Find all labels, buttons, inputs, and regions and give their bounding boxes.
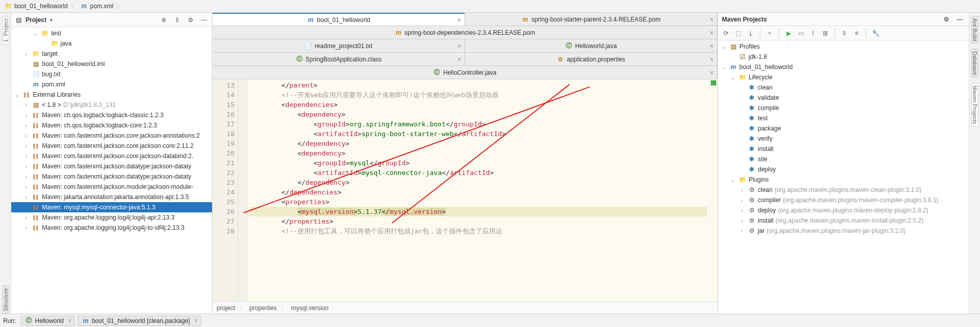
expand-icon[interactable]: ≡: [851, 28, 862, 38]
tool-tab-structure[interactable]: Structure: [2, 286, 9, 314]
toggle-skip-tests-icon[interactable]: ⌇: [808, 28, 818, 38]
wrench-icon[interactable]: 🔧: [870, 28, 881, 38]
editor-tab[interactable]: ⒸHelloworld.java×: [465, 39, 717, 52]
tree-node[interactable]: 📄bug.txt: [11, 69, 212, 79]
expand-arrow-icon[interactable]: ›: [738, 208, 745, 213]
expand-arrow-icon[interactable]: ›: [23, 113, 30, 118]
tree-node[interactable]: ›⫿⫿Maven: com.fasterxml.jackson.datatype…: [11, 171, 212, 182]
tree-node[interactable]: ⌄⫿⫿External Libraries: [11, 90, 212, 100]
maven-node[interactable]: ✱install: [718, 144, 969, 154]
expand-arrow-icon[interactable]: ⌄: [13, 92, 20, 98]
breadcrumb-root[interactable]: boot_01_helloworld: [14, 3, 68, 10]
close-icon[interactable]: ×: [194, 317, 198, 324]
tree-node[interactable]: ›⫿⫿Maven: ch.qos.logback:logback-classic…: [11, 110, 212, 120]
editor-tab[interactable]: mspring-boot-dependencies-2.3.4.RELEASE.…: [212, 26, 717, 39]
expand-arrow-icon[interactable]: ›: [23, 102, 30, 108]
download-icon[interactable]: ⭳: [745, 28, 756, 38]
maven-node[interactable]: ✱validate: [718, 93, 969, 103]
expand-arrow-icon[interactable]: ›: [738, 187, 745, 193]
hide-icon[interactable]: —: [199, 15, 209, 25]
maven-node[interactable]: ›⚙jar (org.apache.maven.plugins:maven-ja…: [718, 226, 969, 236]
expand-arrow-icon[interactable]: ⌄: [729, 75, 736, 80]
editor-tab[interactable]: mspring-boot-starter-parent-2.3.4.RELEAS…: [465, 13, 717, 26]
crumb-item[interactable]: project: [217, 304, 235, 312]
run-tab[interactable]: mboot_01_helloworld [clean,package]×: [78, 316, 201, 326]
close-icon[interactable]: ×: [457, 16, 461, 24]
editor-tab[interactable]: ⚙application.properties×: [465, 53, 717, 66]
run-tab[interactable]: ⒸHelloworld×: [21, 316, 75, 326]
project-tree[interactable]: ⌄📁test📁java›📁target▤boot_01_helloworld.i…: [11, 27, 212, 314]
close-icon[interactable]: ×: [457, 42, 461, 50]
expand-arrow-icon[interactable]: ›: [23, 174, 30, 180]
expand-arrow-icon[interactable]: ›: [738, 218, 745, 224]
tree-node[interactable]: mpom.xml: [11, 79, 212, 90]
maven-node[interactable]: ☑jdk-1.8: [718, 52, 969, 62]
maven-node[interactable]: ⌄mboot_01_helloworld: [718, 62, 969, 72]
tool-tab-maven[interactable]: Maven Projects: [971, 83, 978, 127]
maven-tree[interactable]: ⌄▤Profiles☑jdk-1.8⌄mboot_01_helloworld⌄📁…: [718, 40, 969, 314]
expand-arrow-icon[interactable]: ›: [23, 133, 30, 139]
editor-tab[interactable]: ⒸSpringBootApplication.class×: [212, 53, 465, 66]
tree-node[interactable]: ›⫿⫿Maven: com.fasterxml.jackson.module:j…: [11, 182, 212, 192]
tree-node[interactable]: ›⫿⫿Maven: ch.qos.logback:logback-core:1.…: [11, 120, 212, 130]
maven-node[interactable]: ⌄▤Profiles: [718, 41, 969, 52]
editor-tab[interactable]: mboot_01_helloworld×: [212, 13, 465, 26]
close-icon[interactable]: ×: [710, 15, 714, 24]
tree-node[interactable]: 📁java: [11, 38, 212, 49]
crumb-item[interactable]: mysql.version: [291, 304, 328, 312]
maven-node[interactable]: ⌄📁Lifecycle: [718, 72, 969, 82]
close-icon[interactable]: ×: [710, 42, 714, 50]
expand-arrow-icon[interactable]: ⌄: [720, 44, 727, 50]
code-breadcrumb[interactable]: project〉 properties〉 mysql.version: [212, 301, 717, 314]
tool-tab-database[interactable]: Database: [971, 49, 978, 78]
expand-arrow-icon[interactable]: ›: [23, 194, 30, 200]
expand-arrow-icon[interactable]: ›: [23, 184, 30, 190]
close-icon[interactable]: ×: [710, 69, 714, 77]
maven-node[interactable]: ✱compile: [718, 103, 969, 113]
editor-tab[interactable]: 📄readme_project01.txt×: [212, 39, 465, 52]
expand-arrow-icon[interactable]: ›: [23, 51, 30, 57]
maven-node[interactable]: ›⚙install (org.apache.maven.plugins:mave…: [718, 215, 969, 226]
tool-tab-project[interactable]: 1: Project: [2, 16, 9, 45]
expand-arrow-icon[interactable]: ⌄: [729, 177, 736, 183]
expand-arrow-icon[interactable]: ›: [23, 215, 30, 221]
expand-arrow-icon[interactable]: ›: [23, 154, 30, 159]
expand-arrow-icon[interactable]: ›: [23, 143, 30, 149]
tree-node[interactable]: ⌄📁test: [11, 28, 212, 38]
tree-node[interactable]: ›⫿⫿Maven: com.fasterxml.jackson.datatype…: [11, 161, 212, 171]
expand-arrow-icon[interactable]: ›: [23, 205, 30, 210]
expand-arrow-icon[interactable]: ›: [738, 198, 745, 203]
tree-node[interactable]: ›⫿⫿Maven: com.fasterxml.jackson.core:jac…: [11, 141, 212, 151]
editor[interactable]: 13141516171819202122232425262728 </paren…: [212, 79, 717, 301]
maven-node[interactable]: ✱verify: [718, 134, 969, 144]
tree-node[interactable]: ›⫿⫿Maven: org.apache.logging.log4j:log4j…: [11, 212, 212, 223]
editor-tab[interactable]: ⒸHelloController.java×: [212, 66, 717, 79]
collapse-icon[interactable]: ⥮: [172, 15, 182, 25]
expand-arrow-icon[interactable]: ›: [23, 164, 30, 169]
close-icon[interactable]: ×: [457, 55, 461, 63]
maven-node[interactable]: ✱package: [718, 123, 969, 134]
expand-arrow-icon[interactable]: ⌄: [32, 31, 39, 36]
gear-icon[interactable]: ⚙: [941, 14, 951, 25]
show-deps-icon[interactable]: ⊞: [820, 28, 830, 38]
tree-node[interactable]: ›⫿⫿Maven: com.fasterxml.jackson.core:jac…: [11, 130, 212, 141]
hide-icon[interactable]: —: [954, 14, 965, 25]
close-icon[interactable]: ×: [710, 55, 714, 63]
expand-arrow-icon[interactable]: ›: [738, 228, 745, 234]
add-icon[interactable]: ＋: [764, 28, 775, 38]
breadcrumb-file[interactable]: pom.xml: [90, 3, 113, 10]
maven-node[interactable]: ›⚙compiler (org.apache.maven.plugins:mav…: [718, 195, 969, 205]
expand-arrow-icon[interactable]: ⌄: [720, 64, 727, 70]
maven-node[interactable]: ›⚙clean (org.apache.maven.plugins:maven-…: [718, 185, 969, 195]
locate-icon[interactable]: ⊕: [159, 15, 169, 25]
tree-node[interactable]: ›⫿⫿Maven: mysql:mysql-connector-java:5.1…: [11, 202, 212, 212]
tree-node[interactable]: ▤boot_01_helloworld.iml: [11, 59, 212, 69]
tree-node[interactable]: ›📁target: [11, 49, 212, 59]
maven-node[interactable]: ✱deploy: [718, 164, 969, 175]
expand-arrow-icon[interactable]: ›: [23, 123, 30, 128]
close-icon[interactable]: ×: [710, 29, 714, 37]
maven-node[interactable]: ✱clean: [718, 82, 969, 93]
gear-icon[interactable]: ⚙: [185, 15, 196, 25]
expand-arrow-icon[interactable]: ›: [23, 225, 30, 231]
collapse-all-icon[interactable]: ⥮: [839, 28, 849, 38]
